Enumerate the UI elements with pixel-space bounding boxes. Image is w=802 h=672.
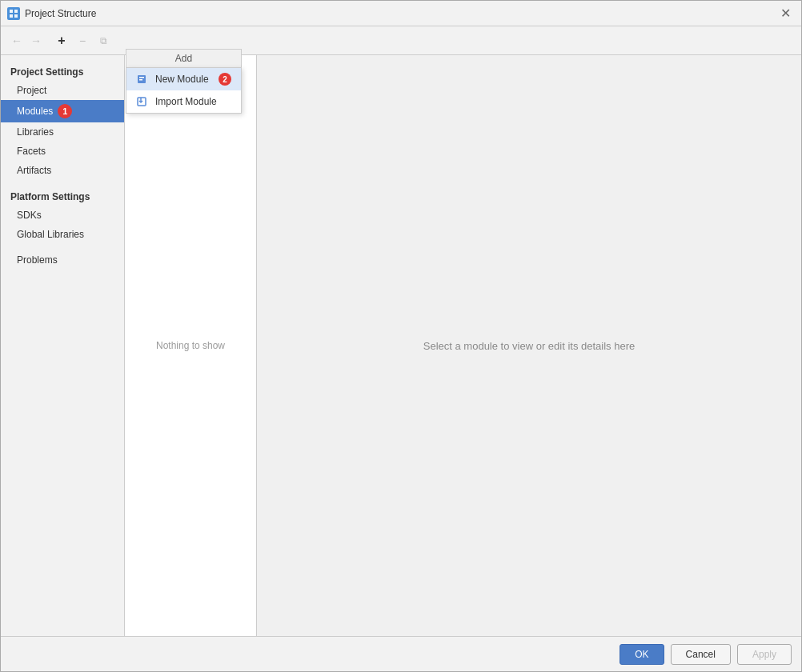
svg-rect-3 [14, 14, 18, 18]
project-structure-window: Project Structure ✕ ← → + − ⧉ Add [0, 0, 802, 672]
sidebar-item-global-libraries[interactable]: Global Libraries [1, 225, 124, 244]
bottom-bar: OK Cancel Apply [1, 636, 801, 671]
svg-rect-1 [14, 10, 18, 13]
import-icon [136, 95, 149, 108]
back-button[interactable]: ← [7, 31, 26, 50]
remove-button[interactable]: − [73, 31, 92, 50]
platform-settings-label: Platform Settings [1, 186, 124, 206]
main-panel: Nothing to show Select a module to view … [125, 55, 801, 636]
module-list-panel: Nothing to show [125, 55, 257, 636]
modules-badge: 1 [58, 104, 72, 118]
sidebar-item-artifacts[interactable]: Artifacts [1, 161, 124, 180]
svg-rect-2 [10, 14, 13, 18]
sidebar-problems: Problems [1, 250, 124, 270]
content-area: Project Settings Project Modules 1 Libra… [1, 55, 801, 636]
sidebar-item-sdks[interactable]: SDKs [1, 206, 124, 225]
svg-rect-6 [139, 79, 142, 81]
title-bar: Project Structure ✕ [1, 1, 801, 26]
add-dropdown: Add New Module 2 [126, 49, 242, 114]
svg-rect-5 [139, 77, 144, 78]
import-module-item[interactable]: Import Module [126, 90, 241, 113]
ok-button[interactable]: OK [620, 644, 664, 665]
new-module-badge: 2 [219, 73, 231, 86]
detail-placeholder: Select a module to view or edit its deta… [423, 340, 635, 352]
dropdown-header: Add [126, 49, 242, 67]
add-button[interactable]: + [52, 31, 71, 50]
import-module-label: Import Module [155, 96, 217, 107]
nothing-to-show: Nothing to show [156, 340, 225, 351]
new-module-label: New Module [155, 74, 209, 85]
copy-button[interactable]: ⧉ [94, 31, 113, 50]
sidebar-item-facets[interactable]: Facets [1, 142, 124, 161]
window-title: Project Structure [25, 8, 776, 19]
modules-with-badge: Modules 1 [17, 104, 114, 118]
close-button[interactable]: ✕ [776, 4, 795, 23]
sidebar-item-modules[interactable]: Modules 1 [1, 100, 124, 122]
detail-panel: Select a module to view or edit its deta… [257, 55, 801, 636]
module-icon [136, 73, 149, 86]
module-list-content: Nothing to show [125, 55, 256, 636]
window-icon [7, 7, 20, 20]
forward-button[interactable]: → [26, 31, 46, 50]
main-toolbar: ← → + − ⧉ Add New Module 2 [1, 26, 801, 55]
project-settings-label: Project Settings [1, 62, 124, 81]
cancel-button[interactable]: Cancel [671, 644, 731, 665]
apply-button[interactable]: Apply [737, 644, 792, 665]
sidebar-item-problems[interactable]: Problems [1, 250, 124, 270]
sidebar: Project Settings Project Modules 1 Libra… [1, 55, 125, 636]
sidebar-item-libraries[interactable]: Libraries [1, 122, 124, 142]
svg-rect-0 [10, 10, 13, 13]
sidebar-item-project[interactable]: Project [1, 81, 124, 100]
new-module-item[interactable]: New Module 2 [126, 68, 241, 90]
dropdown-menu: New Module 2 Import Module [126, 67, 242, 114]
nav-buttons: ← → [7, 31, 46, 50]
